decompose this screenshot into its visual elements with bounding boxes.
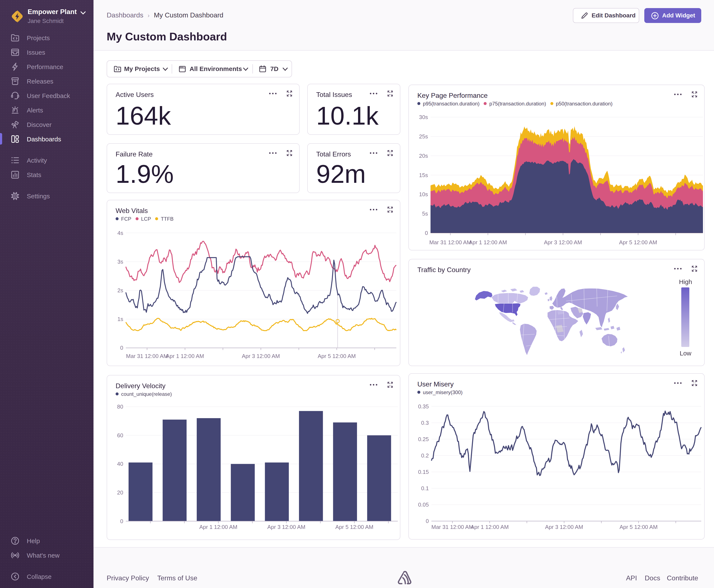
svg-text:3s: 3s	[117, 258, 123, 265]
svg-text:1s: 1s	[117, 316, 123, 322]
svg-text:0.35: 0.35	[418, 403, 429, 410]
svg-text:Apr 5 12:00 AM: Apr 5 12:00 AM	[620, 524, 657, 530]
svg-text:0: 0	[120, 344, 123, 351]
svg-text:Apr 1 12:00 AM: Apr 1 12:00 AM	[199, 524, 237, 530]
svg-text:0.3: 0.3	[421, 420, 429, 426]
svg-text:60: 60	[117, 432, 123, 439]
svg-text:0: 0	[425, 230, 428, 236]
svg-text:Apr 1 12:00 AM: Apr 1 12:00 AM	[471, 524, 509, 530]
svg-text:Apr 5 12:00 AM: Apr 5 12:00 AM	[335, 524, 373, 530]
svg-text:15s: 15s	[419, 172, 428, 178]
svg-text:0.25: 0.25	[418, 436, 429, 442]
svg-text:Apr 3 12:00 AM: Apr 3 12:00 AM	[242, 353, 280, 359]
svg-text:Apr 3 12:00 AM: Apr 3 12:00 AM	[544, 239, 582, 245]
svg-text:10s: 10s	[419, 191, 428, 197]
svg-text:Apr 3 12:00 AM: Apr 3 12:00 AM	[267, 524, 305, 530]
svg-text:0.15: 0.15	[418, 469, 429, 475]
svg-text:5s: 5s	[422, 210, 428, 217]
svg-text:0.2: 0.2	[421, 453, 429, 459]
svg-text:20s: 20s	[419, 152, 428, 159]
svg-text:0: 0	[120, 518, 123, 524]
svg-text:Apr 5 12:00 AM: Apr 5 12:00 AM	[318, 353, 356, 359]
svg-text:2s: 2s	[117, 287, 123, 293]
svg-text:4s: 4s	[117, 230, 123, 236]
svg-text:Mar 31 12:00 AM: Mar 31 12:00 AM	[431, 524, 473, 530]
svg-text:30s: 30s	[419, 114, 428, 120]
svg-text:Apr 1 12:00 AM: Apr 1 12:00 AM	[469, 239, 507, 245]
svg-text:80: 80	[117, 403, 123, 410]
svg-text:0.05: 0.05	[418, 502, 429, 508]
svg-text:0: 0	[426, 518, 429, 524]
svg-text:20: 20	[117, 489, 123, 496]
svg-text:40: 40	[117, 461, 123, 467]
svg-text:0.1: 0.1	[421, 485, 429, 491]
svg-text:Mar 31 12:00 AM: Mar 31 12:00 AM	[429, 239, 471, 245]
svg-text:25s: 25s	[419, 133, 428, 140]
svg-text:Mar 31 12:00 AM: Mar 31 12:00 AM	[126, 353, 168, 359]
svg-text:Apr 3 12:00 AM: Apr 3 12:00 AM	[545, 524, 583, 530]
svg-text:Apr 5 12:00 AM: Apr 5 12:00 AM	[619, 239, 657, 245]
svg-text:Apr 1 12:00 AM: Apr 1 12:00 AM	[166, 353, 204, 359]
